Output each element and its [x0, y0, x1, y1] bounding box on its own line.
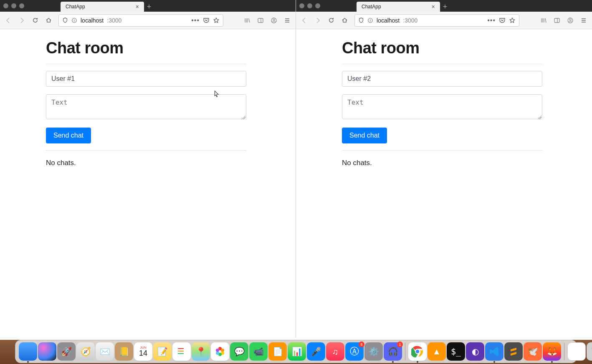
home-button[interactable] — [43, 15, 54, 26]
appstore-badge: 6 — [359, 341, 364, 347]
browser-window-left: ChatApp × + localhost:3000 ••• — [0, 0, 296, 338]
dock-app-postman[interactable]: 🕊️ — [524, 342, 542, 361]
pocket-icon[interactable] — [499, 17, 506, 24]
account-icon[interactable] — [268, 15, 280, 26]
svg-rect-15 — [178, 351, 184, 351]
svg-point-21 — [216, 351, 219, 355]
dock-file-mkv[interactable]: MKV — [567, 342, 586, 361]
menu-icon[interactable] — [281, 15, 293, 26]
sidebar-icon[interactable] — [255, 15, 266, 26]
dock-app-launchpad[interactable]: 🚀 — [57, 342, 76, 361]
message-input[interactable] — [46, 94, 246, 119]
browser-tab[interactable]: ChatApp × — [357, 2, 440, 12]
traffic-minimize[interactable] — [307, 3, 312, 8]
dock-app-reminders[interactable] — [172, 342, 191, 361]
send-chat-button[interactable]: Send chat — [342, 128, 387, 143]
desktop: ChatApp × + localhost:3000 ••• — [0, 0, 592, 364]
back-button[interactable] — [3, 15, 14, 26]
svg-point-13 — [569, 19, 571, 20]
dock-app-calendar[interactable]: JUN 14 — [134, 342, 152, 361]
address-bar[interactable]: localhost:3000 ••• — [354, 14, 519, 27]
dock-app-keynote[interactable]: 🎤 — [307, 342, 325, 361]
tab-title: ChatApp — [362, 4, 381, 10]
dock-app-facetime[interactable]: 📹 — [249, 342, 268, 361]
url-port: :3000 — [403, 17, 417, 24]
bookmark-star-icon[interactable] — [509, 17, 516, 24]
page-title: Chat room — [342, 39, 542, 57]
reload-button[interactable] — [325, 15, 337, 26]
discord-badge: 1 — [397, 341, 403, 347]
dock-separator — [405, 343, 405, 360]
username-input[interactable] — [46, 71, 246, 87]
shield-icon — [62, 18, 68, 23]
pocket-icon[interactable] — [203, 17, 210, 24]
svg-rect-2 — [74, 20, 74, 22]
url-host: localhost — [377, 17, 400, 24]
dock-app-chrome[interactable] — [408, 342, 427, 361]
dock-app-numbers[interactable]: 📊 — [288, 342, 306, 361]
dock-app-music[interactable]: ♫ — [326, 342, 344, 361]
url-port: :3000 — [107, 17, 121, 24]
browser-tab[interactable]: ChatApp × — [61, 2, 144, 12]
dock-app-vlc[interactable]: ▲ — [428, 342, 446, 361]
page-content: Chat room Send chat No chats. — [296, 29, 592, 338]
page-actions-icon[interactable]: ••• — [191, 17, 200, 24]
address-bar[interactable]: localhost:3000 ••• — [58, 14, 223, 27]
traffic-zoom[interactable] — [315, 3, 320, 8]
username-input[interactable] — [342, 71, 542, 87]
svg-point-1 — [74, 19, 74, 19]
library-icon[interactable] — [538, 15, 549, 26]
bookmark-star-icon[interactable] — [213, 17, 220, 24]
close-tab-icon[interactable]: × — [135, 4, 140, 10]
new-tab-button[interactable]: + — [440, 2, 450, 12]
back-button[interactable] — [299, 15, 310, 26]
dock-app-photos[interactable] — [211, 342, 229, 361]
svg-rect-14 — [178, 348, 184, 349]
traffic-close[interactable] — [3, 3, 8, 8]
forward-button[interactable] — [312, 15, 324, 26]
dock-app-sublime[interactable] — [504, 342, 523, 361]
dock-app-mail[interactable]: ✉️ — [96, 342, 114, 361]
menu-icon[interactable] — [578, 15, 589, 26]
dock-app-insomnia[interactable]: ◐ — [466, 342, 484, 361]
new-tab-button[interactable]: + — [144, 2, 154, 12]
message-input[interactable] — [342, 94, 542, 119]
traffic-minimize[interactable] — [11, 3, 16, 8]
dock-app-system-preferences[interactable]: ⚙️ — [364, 342, 383, 361]
svg-rect-3 — [258, 18, 263, 23]
page-actions-icon[interactable]: ••• — [487, 17, 496, 24]
traffic-close[interactable] — [299, 3, 304, 8]
svg-point-6 — [273, 19, 275, 20]
close-tab-icon[interactable]: × — [431, 4, 436, 10]
dock-app-finder[interactable] — [19, 342, 37, 361]
dock-app-appstore[interactable]: Ⓐ 6 — [345, 342, 364, 361]
calendar-day: 14 — [139, 349, 147, 357]
dock-app-terminal[interactable]: $_ — [447, 342, 465, 361]
account-icon[interactable] — [564, 15, 576, 26]
dock-app-siri[interactable] — [38, 342, 56, 361]
dock-app-maps[interactable]: 📍 — [192, 342, 210, 361]
home-button[interactable] — [339, 15, 350, 26]
url-host: localhost — [81, 17, 104, 24]
forward-button[interactable] — [16, 15, 28, 26]
dock-app-pages[interactable]: 📄 — [268, 342, 287, 361]
traffic-zoom[interactable] — [19, 3, 24, 8]
dock-app-messages[interactable]: 💬 — [230, 342, 248, 361]
window-titlebar: ChatApp × + — [296, 0, 592, 12]
tab-strip: ChatApp × + — [357, 0, 450, 12]
dock-trash[interactable]: 🗑️ — [587, 342, 592, 361]
send-chat-button[interactable]: Send chat — [46, 128, 91, 143]
dock-app-safari[interactable]: 🧭 — [76, 342, 95, 361]
reload-button[interactable] — [29, 15, 41, 26]
dock-app-notes[interactable]: 📝 — [153, 342, 172, 361]
dock-app-discord[interactable]: 🎧 1 — [384, 342, 402, 361]
divider — [342, 150, 542, 151]
dock-app-vscode[interactable] — [485, 342, 503, 361]
library-icon[interactable] — [241, 15, 253, 26]
sidebar-icon[interactable] — [551, 15, 563, 26]
shield-icon — [358, 18, 364, 23]
svg-point-18 — [221, 349, 224, 352]
dock-app-contacts[interactable]: 📒 — [115, 342, 133, 361]
dock-app-firefox[interactable]: 🦊 — [543, 342, 561, 361]
browser-toolbar: localhost:3000 ••• — [0, 12, 296, 29]
